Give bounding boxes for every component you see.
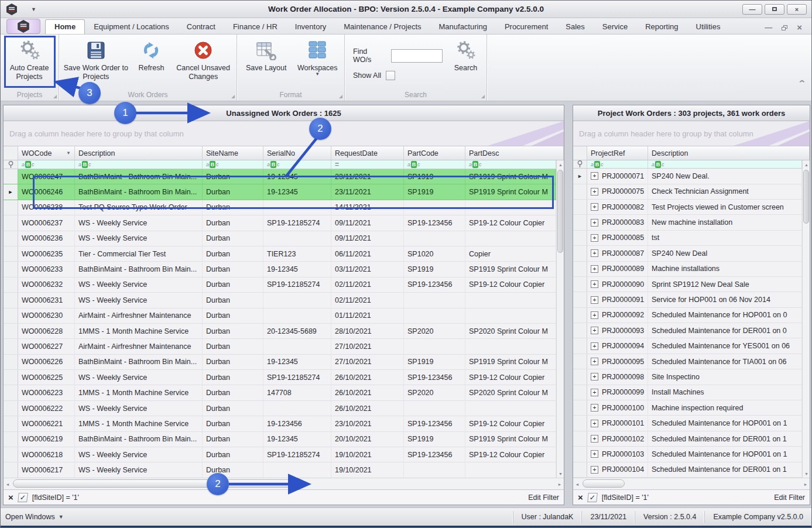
tab-sales[interactable]: Sales xyxy=(557,20,594,34)
expand-button[interactable]: + xyxy=(591,404,598,412)
scrollbar-thumb[interactable] xyxy=(557,170,563,253)
table-row[interactable]: +PRJ0000099Install Machines xyxy=(573,385,802,400)
table-row[interactable]: WO0006237WS - Weekly ServiceDurbanSP19-1… xyxy=(4,215,556,231)
expand-button[interactable]: + xyxy=(591,358,598,365)
filter-cell[interactable]: aBc xyxy=(648,160,802,168)
scroll-right-icon[interactable]: ► xyxy=(801,478,810,490)
scrollbar-thumb[interactable] xyxy=(803,170,809,224)
table-row[interactable]: +PRJ0000094Scheduled Maintenance for YES… xyxy=(573,338,802,354)
dialog-launcher-icon[interactable] xyxy=(481,95,485,98)
scroll-left-icon[interactable]: ◄ xyxy=(4,478,12,490)
column-header-serialno[interactable]: SerialNo xyxy=(263,146,331,160)
expand-button[interactable]: + xyxy=(591,435,598,443)
vertical-scrollbar[interactable]: ▲▼ xyxy=(556,160,564,478)
table-row[interactable]: +PRJ0000095Scheduled Maintenance for TIA… xyxy=(573,354,802,369)
filter-cell[interactable]: aBc xyxy=(75,160,203,169)
table-row[interactable]: +PRJ0000083New machine installation xyxy=(573,215,802,230)
table-row[interactable]: +PRJ0000082Test Projects viewed in Custo… xyxy=(573,200,802,215)
filter-cell[interactable]: = xyxy=(331,160,404,169)
collapse-ribbon-icon[interactable]: ⌃ xyxy=(798,78,807,88)
table-row[interactable]: +PRJ0000075Check Technician Assignment xyxy=(573,184,802,200)
cancel-unsaved-changes-button[interactable]: Cancel Unsaved Changes xyxy=(172,36,234,90)
close-button[interactable]: × xyxy=(787,4,807,15)
table-row[interactable]: +PRJ0000102Scheduled Maintenance for DER… xyxy=(573,431,802,447)
expand-button[interactable]: + xyxy=(591,234,598,242)
column-header-description[interactable]: Description xyxy=(648,146,810,160)
tab-home[interactable]: Home xyxy=(45,19,85,34)
expand-button[interactable]: + xyxy=(591,450,598,458)
scrollbar-thumb[interactable] xyxy=(13,479,293,488)
scroll-up-icon[interactable]: ▲ xyxy=(803,160,810,169)
group-by-bar[interactable]: Drag a column header here to group by th… xyxy=(4,121,564,146)
table-row[interactable]: +PRJ0000104Scheduled Maintenance for DER… xyxy=(573,462,802,478)
filter-cell[interactable]: aBc xyxy=(404,160,465,169)
auto-create-projects-button[interactable]: Auto Create Projects xyxy=(3,36,56,90)
table-row[interactable]: +PRJ0000092Scheduled Maintenance for HOP… xyxy=(573,308,802,323)
tab-procurement[interactable]: Procurement xyxy=(496,20,557,34)
save-layout-button[interactable]: Save Layout xyxy=(239,36,293,90)
vertical-scrollbar[interactable]: ▲▼ xyxy=(802,160,810,478)
filter-enabled-checkbox[interactable]: ✓ xyxy=(18,493,28,502)
mdi-restore-button[interactable] xyxy=(782,25,787,30)
group-by-bar[interactable]: Drag a column header here to group by th… xyxy=(573,121,810,146)
tab-contract[interactable]: Contract xyxy=(178,20,224,34)
table-row[interactable]: WO0006247BathBinMaint - Bathroom Bin Mai… xyxy=(4,169,556,184)
minimize-button[interactable]: — xyxy=(742,4,762,15)
mdi-minimize-button[interactable]: — xyxy=(765,25,772,30)
filter-cell[interactable]: aBc xyxy=(18,160,75,169)
table-row[interactable]: WO0006225WS - Weekly ServiceDurbanSP19-1… xyxy=(4,370,556,385)
edit-filter-link[interactable]: Edit Filter xyxy=(774,493,805,502)
scrollbar-thumb[interactable] xyxy=(583,479,625,488)
dialog-launcher-icon[interactable] xyxy=(231,95,235,98)
expand-button[interactable]: + xyxy=(591,219,598,227)
table-row[interactable]: WO0006236WS - Weekly ServiceDurban09/11/… xyxy=(4,231,556,246)
table-row[interactable]: ►+PRJ0000071SP240 New Deal. xyxy=(573,169,802,184)
table-row[interactable]: WO0006235Tier - Commercial Tier TestDurb… xyxy=(4,246,556,262)
dialog-launcher-icon[interactable] xyxy=(53,95,57,98)
dialog-launcher-icon[interactable] xyxy=(339,95,342,98)
search-button[interactable]: Search xyxy=(447,36,484,90)
column-header-partdesc[interactable]: PartDesc xyxy=(465,146,564,160)
table-row[interactable]: WO0006218WS - Weekly ServiceDurbanSP19-1… xyxy=(4,447,556,462)
table-row[interactable]: WO0006219BathBinMaint - Bathroom Bin Mai… xyxy=(4,432,556,447)
expand-button[interactable]: + xyxy=(591,420,598,427)
tab-reporting[interactable]: Reporting xyxy=(636,20,687,34)
scroll-down-icon[interactable]: ▼ xyxy=(803,469,810,478)
tab-manufacturing[interactable]: Manufacturing xyxy=(430,20,496,34)
table-row[interactable]: +PRJ0000103Scheduled Maintenance for HOP… xyxy=(573,447,802,462)
table-row[interactable]: WO0006231WS - Weekly ServiceDurban02/11/… xyxy=(4,293,556,308)
filter-cell[interactable]: aBc xyxy=(203,160,263,169)
tab-service[interactable]: Service xyxy=(594,20,636,34)
table-row[interactable]: +PRJ0000089Machine installations xyxy=(573,262,802,277)
table-row[interactable]: WO0006217WS - Weekly ServiceDurban19/10/… xyxy=(4,462,556,478)
workspaces-button[interactable]: Workspaces ▼ xyxy=(293,36,342,90)
table-row[interactable]: +PRJ0000085tst xyxy=(573,231,802,246)
horizontal-scrollbar[interactable]: ◄ ► xyxy=(573,478,810,489)
column-header-description[interactable]: Description xyxy=(75,146,203,160)
tab-inventory[interactable]: Inventory xyxy=(286,20,335,34)
table-row[interactable]: +PRJ0000098Site Inspectino xyxy=(573,369,802,385)
column-header-sitename[interactable]: SiteName xyxy=(203,146,263,160)
scroll-down-icon[interactable]: ▼ xyxy=(557,469,564,478)
table-row[interactable]: +PRJ0000093Scheduled Maintenance for DER… xyxy=(573,323,802,338)
table-row[interactable]: +PRJ0000087SP240 New Deal xyxy=(573,246,802,261)
mdi-close-button[interactable]: × xyxy=(797,25,802,30)
expand-button[interactable]: + xyxy=(591,327,598,334)
scroll-right-icon[interactable]: ► xyxy=(556,478,564,490)
filter-cell[interactable]: aBc xyxy=(465,160,556,169)
tab-utilities[interactable]: Utilities xyxy=(687,20,729,34)
table-row[interactable]: WO0006222WS - Weekly ServiceDurban26/10/… xyxy=(4,401,556,416)
table-row[interactable]: +PRJ0000101Scheduled Maintenance for HOP… xyxy=(573,416,802,431)
table-row[interactable]: WO0006230AirMaint - Airfreshner Maintena… xyxy=(4,308,556,324)
pushpin-icon[interactable] xyxy=(573,160,587,168)
refresh-button[interactable]: Refresh xyxy=(131,36,173,90)
open-windows-button[interactable]: Open Windows ▼ xyxy=(1,513,64,521)
find-wo-input[interactable] xyxy=(391,49,443,63)
save-work-order-button[interactable]: Save Work Order to Projects xyxy=(61,36,131,90)
column-header-partcode[interactable]: PartCode xyxy=(404,146,465,160)
expand-button[interactable]: + xyxy=(591,203,598,211)
table-row[interactable]: WO0006227AirMaint - Airfreshner Maintena… xyxy=(4,339,556,354)
expand-button[interactable]: + xyxy=(591,265,598,273)
remove-filter-icon[interactable]: × xyxy=(578,493,583,502)
table-row[interactable]: ►WO0006246BathBinMaint - Bathroom Bin Ma… xyxy=(4,184,556,200)
